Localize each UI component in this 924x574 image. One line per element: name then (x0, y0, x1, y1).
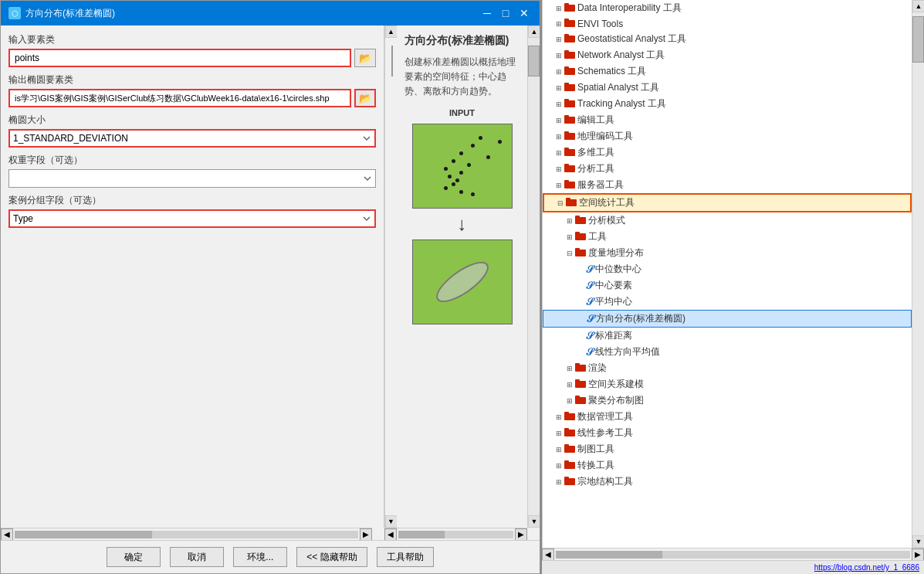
environment-button[interactable]: 环境... (233, 547, 287, 567)
svg-rect-3 (564, 19, 569, 22)
tree-label-geostat: Geostatistical Analyst 工具 (577, 32, 686, 46)
vscroll-down-btn[interactable]: ▼ (385, 515, 398, 528)
maximize-button[interactable]: □ (498, 5, 513, 21)
output-feature-field[interactable] (8, 89, 351, 107)
tree-item-analysis-mode[interactable]: ⊞ 分析模式 (543, 212, 912, 229)
tree-label-analysis: 分析工具 (577, 162, 614, 175)
tree-panel-container: ⊞ Data Interoperability 工具 ⊞ ENVI Tools … (540, 0, 924, 574)
tree-vscroll-down[interactable]: ▼ (912, 535, 924, 548)
output-browse-button[interactable]: 📂 (354, 89, 376, 107)
tree-item-spatial-rel[interactable]: ⊞ 空间关系建模 (543, 376, 912, 392)
tool-icon-std-dist: 𝒮 (586, 330, 593, 342)
tree-item-schematics[interactable]: ⊞ Schematics 工具 (543, 63, 912, 80)
url-bar: https://blog.csdn.net/y_1_6686 (542, 560, 924, 574)
hscroll-right-btn[interactable]: ▶ (360, 528, 372, 541)
ellipse-size-row: 1_STANDARD_DEVIATION 2_STANDARD_DEVIATIO… (8, 129, 376, 148)
tree-item-geo-dist[interactable]: ⊟ 度量地理分布 (543, 245, 912, 261)
hscroll-spacer (372, 528, 384, 540)
diagram-output-box (412, 239, 513, 324)
tree-label-rendering: 渲染 (588, 362, 607, 375)
dot (471, 144, 475, 148)
folder-icon-tools (575, 231, 586, 243)
tree-vscroll-up[interactable]: ▲ (912, 0, 924, 12)
tree-item-cartography[interactable]: ⊞ 制图工具 (543, 441, 912, 457)
case-field-select[interactable]: Type (8, 209, 376, 228)
tree-item-spatial-stats[interactable]: ⊟ 空间统计工具 (543, 193, 912, 212)
tree-item-spatial[interactable]: ⊞ Spatial Analyst 工具 (543, 80, 912, 96)
ellipse-size-select[interactable]: 1_STANDARD_DEVIATION 2_STANDARD_DEVIATIO… (8, 129, 376, 148)
weight-field-row (8, 169, 376, 188)
minimize-button[interactable]: ─ (479, 5, 495, 21)
help-vscroll-up[interactable]: ▲ (528, 25, 540, 38)
help-content: 方向分布(标准差椭圆) 创建标准差椭圆以概括地理要素的空间特征；中心趋势、离散和… (397, 25, 527, 528)
tree-panel: ⊞ Data Interoperability 工具 ⊞ ENVI Tools … (542, 0, 912, 548)
tree-label-analysis-mode: 分析模式 (588, 214, 625, 227)
close-button[interactable]: ✕ (516, 5, 532, 21)
tree-item-cluster[interactable]: ⊞ 聚类分布制图 (543, 392, 912, 409)
vscroll-up-btn[interactable]: ▲ (385, 25, 398, 38)
folder-icon-geostat (564, 33, 575, 45)
svg-rect-37 (575, 396, 580, 399)
tree-item-std-dist[interactable]: · 𝒮 标准距离 (543, 328, 912, 344)
help-hscroll-left[interactable]: ◀ (384, 528, 397, 541)
tree-label-tools: 工具 (588, 230, 607, 243)
tree-item-linear-ref[interactable]: ⊞ 线性参考工具 (543, 425, 912, 441)
tree-hscroll-right[interactable]: ▶ (912, 549, 924, 561)
case-field-row: Type (8, 209, 376, 228)
diagram-label: INPUT (449, 108, 475, 117)
main-dialog: ⬡ 方向分布(标准差椭圆) ─ □ ✕ 输入要素类 📂 (0, 0, 540, 574)
weight-field-select[interactable] (8, 169, 376, 188)
tree-item-network[interactable]: ⊞ Network Analyst 工具 (543, 47, 912, 63)
tree-item-editing[interactable]: ⊞ 编辑工具 (543, 112, 912, 128)
folder-icon-schematics (564, 66, 575, 77)
dot (498, 140, 502, 144)
tree-item-dir-dist[interactable]: · 𝒮 方向分布(标准差椭圆) (543, 310, 912, 328)
help-vscroll-thumb (528, 46, 540, 76)
ok-button[interactable]: 确定 (107, 547, 161, 567)
tree-item-conversion[interactable]: ⊞ 转换工具 (543, 457, 912, 474)
dialog-footer: 确定 取消 环境... << 隐藏帮助 工具帮助 (1, 540, 540, 573)
tree-item-geocoding[interactable]: ⊞ 地理编码工具 (543, 128, 912, 144)
folder-icon-conversion (564, 460, 575, 471)
tree-item-topology[interactable]: ⊞ 宗地结构工具 (543, 474, 912, 490)
form-vscroll: ▲ ▼ (384, 25, 397, 528)
tree-item-tracking[interactable]: ⊞ Tracking Analyst 工具 (543, 96, 912, 112)
tree-item-geostat[interactable]: ⊞ Geostatistical Analyst 工具 (543, 31, 912, 47)
tree-item-median-center[interactable]: · 𝒮 中位数中心 (543, 261, 912, 277)
tree-label-geo-dist: 度量地理分布 (588, 246, 644, 260)
help-hscroll-right[interactable]: ▶ (515, 528, 527, 541)
tree-item-data-interop[interactable]: ⊞ Data Interoperability 工具 (543, 0, 912, 16)
expand-icon-server: ⊞ (553, 180, 564, 191)
hide-help-button[interactable]: << 隐藏帮助 (296, 547, 367, 567)
tree-label-data-mgmt: 数据管理工具 (577, 410, 633, 423)
svg-rect-5 (564, 34, 569, 37)
expand-icon-network: ⊞ (553, 50, 564, 61)
tree-item-envi[interactable]: ⊞ ENVI Tools (543, 16, 912, 31)
tree-item-analysis[interactable]: ⊞ 分析工具 (543, 161, 912, 177)
tree-item-multidim[interactable]: ⊞ 多维工具 (543, 144, 912, 161)
help-title: 方向分布(标准差椭圆) (404, 33, 520, 49)
url-text: https://blog.csdn.net/y_1_6686 (814, 563, 919, 572)
folder-icon-analysis-mode (575, 215, 586, 226)
tool-help-button[interactable]: 工具帮助 (377, 547, 434, 567)
cancel-button[interactable]: 取消 (170, 547, 224, 567)
case-field-label: 案例分组字段（可选） (8, 194, 376, 207)
folder-icon-linear-ref (564, 427, 575, 439)
input-browse-button[interactable]: 📂 (354, 49, 376, 67)
expand-icon-editing: ⊞ (553, 115, 564, 126)
tree-item-server[interactable]: ⊞ 服务器工具 (543, 177, 912, 193)
tree-item-center-feature[interactable]: · 𝒮 中心要素 (543, 277, 912, 294)
tree-item-mean-center[interactable]: · 𝒮 平均中心 (543, 294, 912, 310)
folder-icon-geocoding (564, 131, 575, 142)
tree-hscroll-left[interactable]: ◀ (542, 549, 554, 561)
tree-item-tools[interactable]: ⊞ 工具 (543, 229, 912, 245)
tree-item-linear-dir[interactable]: · 𝒮 线性方向平均值 (543, 344, 912, 360)
help-vscroll-down[interactable]: ▼ (528, 515, 540, 528)
tree-item-rendering[interactable]: ⊞ 渲染 (543, 360, 912, 376)
hscroll-left-btn[interactable]: ◀ (1, 528, 13, 541)
output-feature-group: 输出椭圆要素类 📂 (8, 73, 376, 107)
expand-icon-topology: ⊞ (553, 477, 564, 487)
tree-item-data-mgmt[interactable]: ⊞ 数据管理工具 (543, 409, 912, 425)
tree-label-tracking: Tracking Analyst 工具 (577, 97, 666, 110)
input-feature-field[interactable] (8, 49, 351, 67)
